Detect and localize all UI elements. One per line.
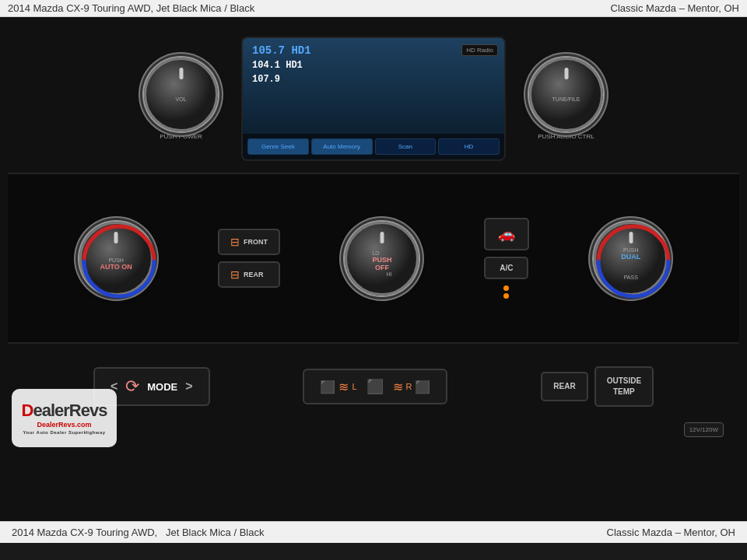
seat-left-btn[interactable]: ⬛ ≋ L [320,380,356,394]
indicator-dot-2 [503,293,509,299]
defrost-section: ⊟ FRONT ⊟ REAR [218,229,280,288]
fan-off: OFF [375,264,389,271]
fan-push: PUSH [372,256,391,264]
seat-heat-control: ⬛ ≋ L ⬛ ≋ R ⬛ [303,369,447,404]
ac-indicators [503,285,509,299]
vol-label: VOL [175,96,186,102]
ac-label: A/C [500,264,513,272]
dealer-url: DealerRevs.com [37,421,91,429]
tune-knob-label-area: TUNE/FILE [552,96,580,102]
front-defrost-icon: ⊟ [230,236,240,248]
rear-button[interactable]: REAR [541,372,587,401]
radio-freq2: 104.1 HD1 [252,60,495,71]
left-temp-knob[interactable]: PUSH AUTO ON [79,222,153,296]
dual-temp-arc [591,219,676,304]
fan-knob-wrapper: LO PUSH OFF HI [345,222,419,296]
rear-defrost-btn[interactable]: ⊟ REAR [218,261,280,288]
radio-btn-genre-seek[interactable]: Genre Seek [247,138,309,155]
header-title: 2014 Mazda CX-9 Touring AWD, Jet Black M… [8,2,254,14]
front-defrost-label: FRONT [244,238,268,246]
mode-icon: ⟳ [125,376,139,397]
outside-temp-line1: OUTSIDE [607,376,641,385]
fan-lo-label: LO [372,250,379,256]
rear-outside-section: REAR OUTSIDE TEMP [541,366,654,407]
seat-left-icon: ⬛ [320,380,335,394]
mode-right-arrow[interactable]: > [185,380,192,394]
caption-car-color: Jet Black Mica / Black [166,527,264,538]
seat-left-label: L [352,382,356,391]
volume-knob-wrapper: VOL PUSH POWER [144,58,218,140]
tune-knob[interactable]: TUNE/FILE [529,58,603,131]
dealer-logo-rest: ealerRevs [33,401,107,420]
dashboard-area: VOL PUSH POWER HD Radio 105.7 HD1 104.1 … [0,17,747,521]
page-header: 2014 Mazda CX-9 Touring AWD, Jet Black M… [0,0,747,17]
bottom-controls-section: < ⟳ MODE > ⬛ ≋ L ⬛ ≋ R ⬛ REAR OUTSIDE T [8,344,739,429]
header-dealer: Classic Mazda – Mentor, OH [611,2,739,14]
seat-heat-left-icon: ≋ [338,380,349,394]
rear-defrost-label: REAR [244,271,264,278]
recirculate-btn[interactable]: 🚗 [484,218,529,250]
volume-knob-label-area: VOL [175,96,186,102]
caption-bar: 2014 Mazda CX-9 Touring AWD, Jet Black M… [0,521,747,543]
caption-dealer: Classic Mazda – Mentor, OH [607,527,735,538]
fan-knob-text: LO PUSH OFF HI [372,250,391,277]
front-defrost-btn[interactable]: ⊟ FRONT [218,229,280,255]
caption-car-title: 2014 Mazda CX-9 Touring AWD, [12,527,157,538]
outside-temp-button[interactable]: OUTSIDE TEMP [594,366,654,407]
audio-ctrl-label: PUSH AUDIO CTRL [538,133,594,140]
radio-freq3: 107.9 [252,74,495,85]
radio-btn-hd[interactable]: HD [438,138,500,155]
tune-knob-wrapper: TUNE/FILE PUSH AUDIO CTRL [529,58,603,140]
right-temp-knob[interactable]: PUSH DUAL PASS [594,222,668,296]
fan-knob[interactable]: LO PUSH OFF HI [345,222,419,296]
mode-label: MODE [147,381,177,393]
radio-btn-scan[interactable]: Scan [375,138,437,155]
dealer-tagline: Your Auto Dealer SuperHighway [23,430,105,435]
right-temp-knob-wrapper: PUSH DUAL PASS [594,222,668,296]
radio-section: VOL PUSH POWER HD Radio 105.7 HD1 104.1 … [8,25,739,173]
hd-radio-badge: HD Radio [461,44,498,56]
volume-knob[interactable]: VOL [144,58,218,131]
dealer-logo-text: DealerRevs [22,402,107,419]
dealerrevs-watermark: DealerRevs DealerRevs.com Your Auto Deal… [12,389,117,447]
seat-right-icon: ⬛ [415,380,430,394]
seat-heat-right-icon: ≋ [393,380,403,394]
push-power-label: PUSH POWER [160,133,202,140]
left-temp-knob-wrapper: PUSH AUTO ON [79,222,153,296]
radio-display: HD Radio 105.7 HD1 104.1 HD1 107.9 Genre… [241,37,506,161]
radio-buttons-row: Genre Seek Auto Memory Scan HD [243,134,504,159]
ac-section: 🚗 A/C [484,218,529,299]
radio-freq-active: 105.7 HD1 [252,44,495,57]
seat-separator: ⬛ [366,378,384,395]
seat-right-label: R [406,382,412,391]
temp-arc [76,219,162,304]
fan-hi-label: HI [386,271,391,277]
outside-temp-line2: TEMP [613,387,635,396]
seat-right-btn[interactable]: ≋ R ⬛ [393,380,431,394]
caption-title: 2014 Mazda CX-9 Touring AWD, Jet Black M… [12,527,264,538]
radio-btn-auto-memory[interactable]: Auto Memory [311,138,373,155]
indicator-dot-1 [503,285,509,291]
tune-label: TUNE/FILE [552,96,580,102]
rear-defrost-icon: ⊟ [230,268,240,281]
climate-section: PUSH AUTO ON ⊟ FRONT ⊟ REAR LO PU [8,173,739,344]
dealer-logo-d: D [22,401,33,420]
power-outlet-badge: 12V/120W [684,422,724,437]
car-icon: 🚗 [498,226,515,242]
ac-button[interactable]: A/C [484,257,528,279]
